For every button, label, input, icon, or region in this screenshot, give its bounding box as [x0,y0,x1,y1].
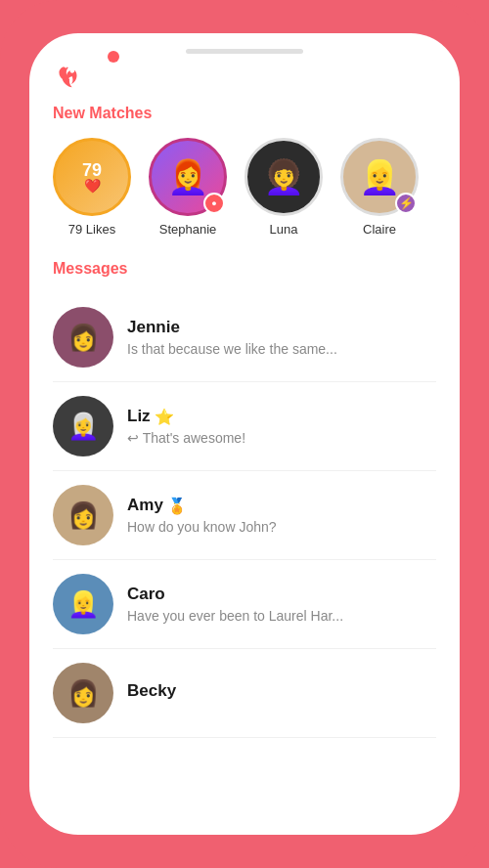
message-item-amy[interactable]: 👩 Amy 🏅 How do you know John? [53,471,436,560]
caro-face: 👱‍♀️ [67,589,99,620]
message-preview-amy: How do you know John? [127,519,436,535]
main-content: New Matches 79 ❤️ 79 Likes [29,62,460,835]
match-label-likes: 79 Likes [68,222,115,237]
match-avatar-wrapper-claire: 👱‍♀️ ⚡ [340,138,419,216]
match-avatar-wrapper-luna: 👩‍🦱 [244,138,323,216]
phone-frame: New Matches 79 ❤️ 79 Likes [0,0,489,868]
match-item-likes[interactable]: 79 ❤️ 79 Likes [53,138,131,237]
message-item-jennie[interactable]: 👩 Jennie Is that because we like the sam… [53,293,436,382]
messages-title: Messages [53,260,436,278]
phone-screen: New Matches 79 ❤️ 79 Likes [29,33,460,835]
message-content-caro: Caro Have you ever been to Laurel Har... [127,585,436,624]
amy-badge-icon: 🏅 [167,497,187,515]
stephanie-face: 👩‍🦰 [167,157,208,196]
message-item-becky[interactable]: 👩 Becky [53,649,436,738]
claire-badge: ⚡ [395,193,417,214]
new-matches-list: 79 ❤️ 79 Likes 👩‍🦰 ● Stephanie [53,138,436,237]
match-item-stephanie[interactable]: 👩‍🦰 ● Stephanie [149,138,227,237]
message-preview-caro: Have you ever been to Laurel Har... [127,608,436,624]
message-content-jennie: Jennie Is that because we like the same.… [127,318,436,357]
status-bar [29,33,460,62]
liz-star-icon: ⭐ [155,408,174,426]
match-avatar-wrapper-likes: 79 ❤️ [53,138,131,216]
message-name-liz: Liz ⭐ [127,407,436,426]
liz-face: 👩‍🦳 [67,412,99,442]
status-dot [108,51,119,63]
stephanie-badge: ● [203,193,225,214]
message-preview-liz: ↩ That's awesome! [127,430,436,446]
message-name-becky: Becky [127,681,436,701]
app-logo [53,62,436,93]
message-name-jennie: Jennie [127,318,436,337]
message-item-liz[interactable]: 👩‍🦳 Liz ⭐ ↩ That's awesome! [53,382,436,471]
jennie-face: 👩 [67,323,99,353]
match-label-luna: Luna [270,222,298,237]
message-content-liz: Liz ⭐ ↩ That's awesome! [127,407,436,446]
amy-face: 👩 [67,500,99,531]
match-label-claire: Claire [363,222,396,237]
message-name-amy: Amy 🏅 [127,496,436,515]
message-item-caro[interactable]: 👱‍♀️ Caro Have you ever been to Laurel H… [53,560,436,649]
match-item-claire[interactable]: 👱‍♀️ ⚡ Claire [340,138,419,237]
message-avatar-jennie: 👩 [53,307,113,368]
heart-icon: ❤️ [84,179,101,193]
message-avatar-amy: 👩 [53,485,113,545]
match-item-luna[interactable]: 👩‍🦱 Luna [244,138,323,237]
message-avatar-liz: 👩‍🦳 [53,396,113,456]
claire-face: 👱‍♀️ [359,157,400,196]
message-content-becky: Becky [127,681,436,705]
message-avatar-caro: 👱‍♀️ [53,574,113,634]
likes-count: 79 [82,161,102,179]
messages-section: Messages 👩 Jennie Is that because we lik… [53,260,436,738]
luna-face: 👩‍🦱 [263,157,304,196]
new-matches-title: New Matches [53,105,436,122]
flame-icon [53,62,80,89]
match-label-stephanie: Stephanie [159,222,217,237]
match-avatar-likes: 79 ❤️ [53,138,131,216]
message-content-amy: Amy 🏅 How do you know John? [127,496,436,535]
status-pill [186,49,303,54]
message-name-caro: Caro [127,585,436,604]
message-avatar-becky: 👩 [53,663,113,723]
match-avatar-wrapper-stephanie: 👩‍🦰 ● [149,138,227,216]
match-avatar-luna: 👩‍🦱 [244,138,323,216]
message-preview-jennie: Is that because we like the same... [127,341,436,357]
becky-face: 👩 [67,678,99,709]
